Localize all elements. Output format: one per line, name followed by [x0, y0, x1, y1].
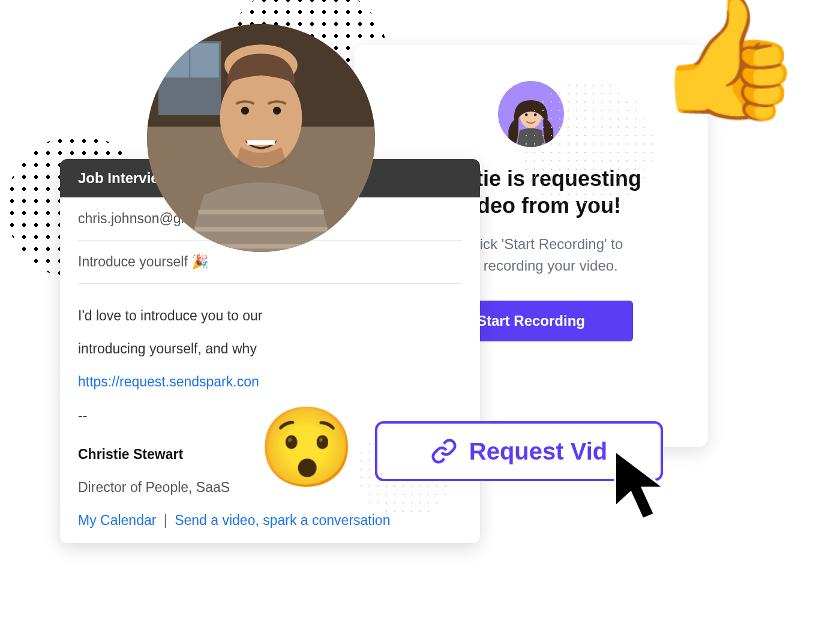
email-body-line: introducing yourself, and why	[78, 332, 462, 365]
send-video-link[interactable]: Send a video, spark a conversation	[175, 512, 390, 528]
link-icon	[431, 438, 457, 464]
email-request-link[interactable]: https://request.sendspark.con	[78, 374, 259, 389]
svg-rect-12	[247, 140, 275, 145]
my-calendar-link[interactable]: My Calendar	[78, 512, 156, 528]
svg-point-1	[525, 113, 528, 116]
svg-rect-6	[190, 43, 219, 77]
svg-rect-5	[161, 43, 190, 77]
party-popper-icon: 🎉	[191, 254, 209, 269]
svg-point-10	[241, 107, 249, 115]
cursor-icon	[609, 447, 681, 537]
email-body-line: I'd love to introduce you to our	[78, 299, 462, 332]
sender-video-thumbnail[interactable]	[147, 24, 375, 252]
dotted-decoration	[522, 81, 654, 213]
surprised-face-icon: 😯	[258, 408, 355, 486]
svg-point-11	[273, 107, 281, 115]
separator: |	[164, 512, 167, 528]
thumbs-up-icon: 👍	[654, 0, 804, 117]
request-video-label: Request Vid	[469, 438, 607, 465]
